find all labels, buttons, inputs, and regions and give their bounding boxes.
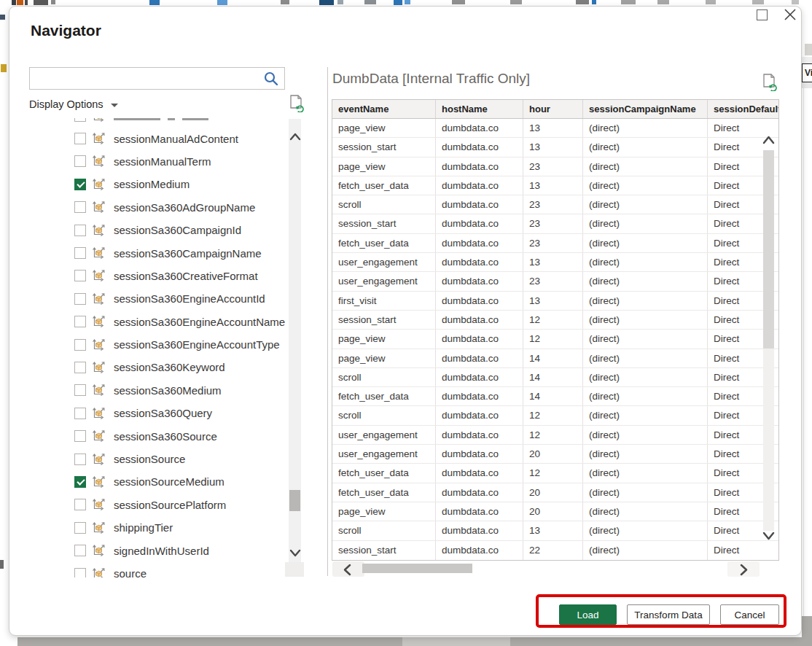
table-cell: (direct) xyxy=(583,445,708,463)
list-item[interactable]: sessionSa360EngineAccountName xyxy=(29,311,289,333)
table-cell: dumbdata.co xyxy=(436,234,523,252)
checkbox[interactable] xyxy=(74,118,86,122)
refresh-preview-icon[interactable] xyxy=(762,73,778,91)
field-icon xyxy=(91,131,107,146)
table-row: fetch_user_datadumbdata.co23(direct)Dire… xyxy=(332,234,778,253)
table-row: scrolldumbdata.co14(direct)Direct xyxy=(332,368,778,387)
checkbox[interactable] xyxy=(74,225,86,236)
table-cell: 20 xyxy=(523,445,583,463)
refresh-list-icon[interactable] xyxy=(289,94,305,112)
list-item[interactable]: sessionSa360Medium xyxy=(29,379,289,402)
checkbox[interactable] xyxy=(74,201,86,213)
table-row: fetch_user_datadumbdata.co14(direct)Dire… xyxy=(332,387,778,406)
checkbox[interactable] xyxy=(74,339,86,351)
checkbox[interactable] xyxy=(74,476,86,488)
scroll-up-icon[interactable] xyxy=(289,132,301,141)
list-item[interactable]: source xyxy=(29,562,289,577)
list-item[interactable]: signedInWithUserId xyxy=(29,539,289,561)
checkbox[interactable] xyxy=(74,362,86,373)
table-cell: (direct) xyxy=(583,483,708,502)
checkbox[interactable] xyxy=(74,408,86,419)
list-item[interactable]: sessionManualTerm xyxy=(29,150,289,173)
chevron-down-icon xyxy=(111,104,118,107)
field-label: sessionSa360Query xyxy=(114,407,212,419)
list-item[interactable]: sessionSourceMedium xyxy=(29,470,289,493)
table-cell: (direct) xyxy=(583,406,708,424)
scroll-left-icon[interactable] xyxy=(343,564,352,576)
checkbox[interactable] xyxy=(74,316,86,327)
table-cell: user_engagement xyxy=(332,445,436,463)
list-item[interactable]: sessionSa360AdGroupName xyxy=(29,196,289,219)
close-icon[interactable] xyxy=(784,8,797,21)
scroll-down-icon[interactable] xyxy=(289,549,301,558)
transform-data-button[interactable]: Transform Data xyxy=(627,604,710,625)
checkbox[interactable] xyxy=(74,293,86,305)
checkbox[interactable] xyxy=(74,179,86,190)
field-icon xyxy=(91,475,107,489)
table-cell: scroll xyxy=(332,521,436,540)
table-cell: page_view xyxy=(332,349,436,367)
field-icon xyxy=(91,292,107,306)
list-item[interactable]: sessionManualAdContent xyxy=(29,127,289,149)
hscroll-thumb[interactable] xyxy=(362,564,472,573)
table-cell: 12 xyxy=(523,406,583,424)
field-label: shippingTier xyxy=(114,521,173,534)
background-fragment xyxy=(405,0,410,4)
table-cell: (direct) xyxy=(583,349,708,367)
table-scrollbar-thumb[interactable] xyxy=(763,150,774,349)
checkbox[interactable] xyxy=(74,499,86,510)
list-item[interactable]: sessionSa360Source xyxy=(29,424,289,447)
checkbox[interactable] xyxy=(74,247,86,259)
list-item[interactable]: sessionSource xyxy=(29,448,289,470)
table-cell: (direct) xyxy=(583,157,708,176)
list-item[interactable]: sessionSourcePlatform xyxy=(29,494,289,516)
display-options-button[interactable]: Display Options xyxy=(29,96,118,112)
checkbox[interactable] xyxy=(74,545,86,556)
checkbox[interactable] xyxy=(74,522,86,534)
table-cell: dumbdata.co xyxy=(436,138,523,156)
field-label: sessionSa360CampaignName xyxy=(114,247,262,260)
list-item[interactable]: sessionSa360CreativeFormat xyxy=(29,265,289,287)
list-item[interactable]: sessionSa360CampaignName xyxy=(29,241,289,264)
maximize-icon[interactable] xyxy=(757,9,768,20)
table-scroll-up-icon[interactable] xyxy=(762,135,775,144)
checkbox[interactable] xyxy=(74,568,86,578)
table-cell: dumbdata.co xyxy=(436,195,523,214)
table-cell: dumbdata.co xyxy=(436,330,523,348)
table-cell: session_start xyxy=(332,138,436,156)
table-cell: dumbdata.co xyxy=(436,426,523,444)
checkbox[interactable] xyxy=(74,430,86,442)
field-label: sessionSa360Source xyxy=(114,430,217,443)
list-item[interactable]: shippingTier xyxy=(29,516,289,539)
list-item[interactable] xyxy=(29,118,289,127)
list-item[interactable]: sessionMedium xyxy=(29,173,289,195)
table-cell: dumbdata.co xyxy=(436,406,523,424)
field-label: sessionSourceMedium xyxy=(114,475,225,488)
list-item[interactable]: sessionSa360CampaignId xyxy=(29,219,289,241)
list-scrollbar-thumb[interactable] xyxy=(289,490,300,511)
cancel-button[interactable]: Cancel xyxy=(720,604,779,625)
table-scroll-down-icon[interactable] xyxy=(762,532,775,541)
table-cell: (direct) xyxy=(583,311,708,329)
table-cell: 20 xyxy=(523,483,583,502)
list-item[interactable]: sessionSa360EngineAccountId xyxy=(29,287,289,310)
background-fragment xyxy=(34,0,48,5)
list-item[interactable]: sessionSa360Query xyxy=(29,402,289,424)
load-button[interactable]: Load xyxy=(559,604,617,625)
table-row: page_viewdumbdata.co20(direct)Direct xyxy=(332,502,778,521)
list-item[interactable]: sessionSa360EngineAccountType xyxy=(29,333,289,356)
checkbox[interactable] xyxy=(74,133,86,144)
table-cell: dumbdata.co xyxy=(436,445,523,463)
field-label: sessionManualAdContent xyxy=(114,133,238,145)
list-item[interactable]: sessionSa360Keyword xyxy=(29,356,289,378)
search-input[interactable] xyxy=(29,67,285,90)
background-fragment xyxy=(657,0,669,4)
table-row: fetch_user_datadumbdata.co13(direct)Dire… xyxy=(332,176,778,195)
checkbox[interactable] xyxy=(74,270,86,281)
table-cell: (direct) xyxy=(583,521,708,540)
checkbox[interactable] xyxy=(74,384,86,396)
scroll-right-icon[interactable] xyxy=(739,564,749,576)
checkbox[interactable] xyxy=(74,454,86,465)
background-fragment xyxy=(805,44,812,55)
checkbox[interactable] xyxy=(74,155,86,167)
